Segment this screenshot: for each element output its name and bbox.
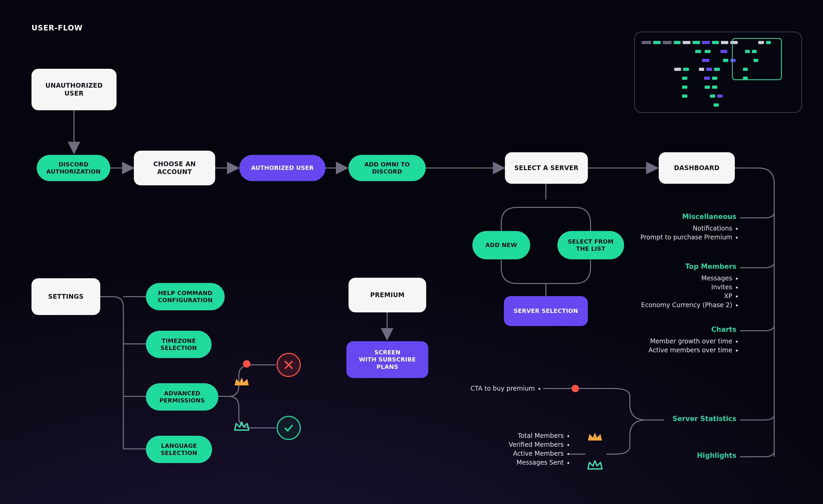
node-timezone-selection[interactable]: TIMEZONE SELECTION <box>146 331 211 358</box>
page-title: USER-FLOW <box>31 24 83 32</box>
section-title-miscellaneous: Miscellaneous <box>682 213 736 220</box>
node-label: DISCORD AUTHORIZATION <box>46 161 101 175</box>
bullet: Invites <box>641 284 732 291</box>
node-label: TIMEZONE SELECTION <box>160 337 197 352</box>
bullet: Total Members <box>509 432 564 440</box>
node-label: UNAUTHORIZED USER <box>39 81 109 98</box>
node-authorized-user[interactable]: AUTHORIZED USER <box>239 155 325 181</box>
node-help-command-config[interactable]: HELP COMMAND CONFIGURATION <box>146 283 225 310</box>
node-label: DASHBOARD <box>674 164 719 172</box>
node-subscribe-plans[interactable]: SCREEN WITH SUBSCRIBE PLANS <box>346 341 428 378</box>
node-add-omni-to-discord[interactable]: ADD OMNI TO DISCORD <box>348 155 426 181</box>
node-premium[interactable]: PREMIUM <box>348 278 426 312</box>
bullet: Notifications <box>640 225 732 232</box>
bullet: Verified Members <box>509 441 564 448</box>
bullet: CTA to buy premium <box>470 385 535 392</box>
node-dashboard[interactable]: DASHBOARD <box>659 152 735 184</box>
bullet: Member growth over time <box>649 338 732 345</box>
node-server-selection[interactable]: SERVER SELECTION <box>504 296 588 326</box>
bullet: XP <box>641 293 732 300</box>
node-add-new[interactable]: ADD NEW <box>472 231 530 260</box>
node-label: AUTHORIZED USER <box>251 164 314 172</box>
bullet: Active Members <box>509 450 564 457</box>
node-label: SETTINGS <box>48 293 84 301</box>
node-advanced-permissions[interactable]: ADVANCED PERMISSIONS <box>146 383 218 410</box>
decision-reject[interactable] <box>277 353 301 377</box>
section-title-top-members: Top Members <box>685 263 736 271</box>
section-title-charts: Charts <box>711 326 736 333</box>
node-label: ADVANCED PERMISSIONS <box>159 390 205 404</box>
node-label: SERVER SELECTION <box>514 307 578 315</box>
minimap-panel[interactable] <box>634 31 802 113</box>
section-items-server-statistics: Total Members Verified Members Active Me… <box>509 431 571 468</box>
status-dot-red-stats <box>571 385 579 392</box>
node-unauthorized-user[interactable]: UNAUTHORIZED USER <box>31 69 117 110</box>
crown-green-icon <box>233 420 250 432</box>
node-discord-authorization[interactable]: DISCORD AUTHORIZATION <box>37 155 110 181</box>
crown-gold-icon <box>233 375 250 387</box>
node-choose-account[interactable]: CHOOSE AN ACCOUNT <box>134 151 215 185</box>
crown-gold-stats-icon <box>587 431 603 443</box>
section-items-miscellaneous: Notifications Prompt to purchase Premium <box>640 223 739 242</box>
bullet: Prompt to purchase Premium <box>640 233 732 241</box>
node-label: CHOOSE AN ACCOUNT <box>153 160 196 176</box>
node-label: ADD NEW <box>485 241 517 249</box>
bullet: Active members over time <box>649 346 732 354</box>
node-language-selection[interactable]: LANGUAGE SELECTION <box>146 436 212 463</box>
node-label: SCREEN WITH SUBSCRIBE PLANS <box>359 349 416 371</box>
section-items-charts: Member growth over time Active members o… <box>649 336 739 355</box>
node-label: SELECT FROM THE LIST <box>568 238 614 253</box>
section-cta-premium: CTA to buy premium <box>470 383 542 394</box>
bullet: Messages Sent <box>509 459 564 466</box>
node-label: LANGUAGE SELECTION <box>161 442 197 457</box>
decision-accept[interactable] <box>277 416 301 440</box>
node-label: PREMIUM <box>370 291 405 299</box>
node-select-a-server[interactable]: SELECT A SERVER <box>505 152 588 184</box>
node-label: ADD OMNI TO DISCORD <box>364 161 409 175</box>
node-label: SELECT A SERVER <box>514 164 579 172</box>
node-label: HELP COMMAND CONFIGURATION <box>158 290 213 304</box>
status-dot-red <box>243 360 251 367</box>
section-title-highlights: Highlights <box>697 452 736 459</box>
section-items-top-members: Messages Invites XP Economy Currency (Ph… <box>641 273 739 310</box>
minimap-viewport[interactable] <box>732 38 782 80</box>
node-settings[interactable]: SETTINGS <box>31 278 100 315</box>
bullet: Economy Currency (Phase 2) <box>641 301 732 309</box>
crown-green-stats-icon <box>587 459 603 471</box>
bullet: Messages <box>641 275 732 282</box>
node-select-from-the-list[interactable]: SELECT FROM THE LIST <box>557 231 624 260</box>
section-title-server-statistics: Server Statistics <box>673 415 736 423</box>
